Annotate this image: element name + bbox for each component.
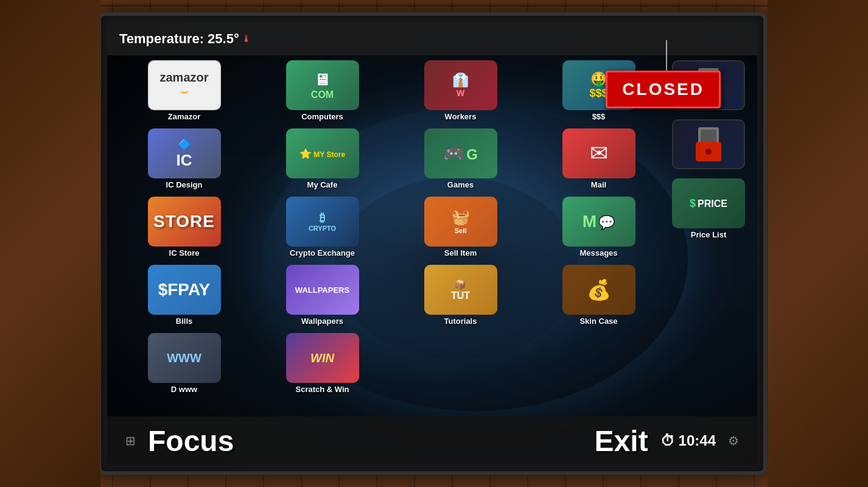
wallpapers-icon: WALLPAPERS [286,265,359,315]
app-tutorials[interactable]: 📦 TUT Tutorials [393,263,528,328]
app-sell-item[interactable]: 🧺 Sell Sell Item [393,195,528,259]
grid-icon: ⊞ [125,433,136,448]
app-col-5: $ PRICE Price List [669,58,748,413]
games-content: 🎮 G [443,144,478,164]
skin-case-icon: 💰 [562,265,635,315]
app-col-4: 🤑 $$$ $$$ ✉ Mail [531,58,667,413]
zamazor-label: Zamazor [168,112,200,121]
games-icon: 🎮 G [424,128,497,178]
mycafe-label: My Cafe [307,180,338,189]
ic-store-text: STORE [153,212,215,231]
d-www-text: WWW [167,351,201,365]
ic-store-label: IC Store [169,248,200,258]
skin-case-label: Skin Case [579,317,617,326]
workers-content: 👔 W [450,70,471,100]
app-scratch-win[interactable]: WIN Scratch & Win [254,331,390,396]
workers-label: Workers [445,112,477,121]
app-price-list[interactable]: $ PRICE Price List [669,177,748,241]
zamazor-brand: zamazor [159,71,208,83]
app-col-1: zamazor ⌣ Zamazor 🔷 IC IC Design [116,58,252,413]
focus-button[interactable]: Focus [148,424,234,458]
app-d-www[interactable]: WWW D www [116,331,252,396]
app-zamazor[interactable]: zamazor ⌣ Zamazor [116,58,252,123]
app-col-2: 🖥 COM Computers ⭐ MY Store My Cafe [254,58,390,413]
workers-icon: 👔 W [424,60,497,110]
wallpapers-text: WALLPAPERS [295,286,349,295]
app-skin-case[interactable]: 💰 Skin Case [531,263,667,328]
bottom-right: Exit ⏱ 10:44 ⚙ [595,424,739,458]
app-crypto[interactable]: ₿ CRYPTO Crypto Exchange [254,195,390,259]
bills-label: Bills [176,317,192,326]
right-panel [768,0,868,487]
mail-content: ✉ [590,141,608,166]
app-ic-design[interactable]: 🔷 IC IC Design [116,127,252,191]
mycafe-content: ⭐ MY Store [297,145,348,162]
mycafe-icon: ⭐ MY Store [286,128,359,178]
games-label: Games [447,180,474,189]
time-display: ⏱ 10:44 [660,432,716,449]
skin-case-content: 💰 [587,278,611,301]
app-computers[interactable]: 🖥 COM Computers [254,58,390,123]
scratch-win-icon: WIN [286,333,359,383]
d-www-label: D www [171,385,197,394]
app-mycafe[interactable]: ⭐ MY Store My Cafe [254,127,390,191]
apps-container: zamazor ⌣ Zamazor 🔷 IC IC Design [116,58,748,413]
sell-item-label: Sell Item [444,248,477,258]
tutorials-label: Tutorials [444,317,477,326]
app-ic-store[interactable]: STORE IC Store [116,195,252,259]
zamazor-arrow: ⌣ [180,83,189,99]
exit-button[interactable]: Exit [595,424,648,458]
crypto-label: Crypto Exchange [290,248,355,258]
bottom-left: ⊞ Focus [125,424,234,458]
price-list-label: Price List [691,230,727,239]
app-wallpapers[interactable]: WALLPAPERS Wallpapers [254,263,390,328]
app-mail[interactable]: ✉ Mail [531,127,667,191]
app-games[interactable]: 🎮 G Games [393,127,528,191]
bills-icon: $FPAY [148,265,221,315]
thermometer-icon: 🌡 [242,33,251,44]
monitor-frame: Temperature: 25.5° 🌡 CLOSED zamazor ⌣ Za… [97,12,767,475]
d-www-icon: WWW [148,333,221,383]
lock-2-content [696,127,721,161]
sell-item-icon: 🧺 Sell [424,197,497,247]
mail-label: Mail [591,180,606,189]
settings-icon[interactable]: ⚙ [728,433,739,448]
price-list-content: $ PRICE [690,197,727,210]
bills-symbol: $FPAY [158,280,211,300]
crypto-content: ₿ CRYPTO [306,209,338,234]
ic-design-content: 🔷 IC [174,135,195,172]
scratch-win-text: WIN [310,351,334,365]
clock-icon: ⏱ [660,432,675,449]
computers-content: 🖥 COM [311,71,334,100]
app-workers[interactable]: 👔 W Workers [393,58,528,123]
app-bills[interactable]: $FPAY Bills [116,263,252,328]
ic-design-label: IC Design [166,180,203,189]
computers-label: Computers [301,112,343,121]
crypto-icon: ₿ CRYPTO [286,197,359,247]
price-list-icon: $ PRICE [672,178,745,228]
top-bar: Temperature: 25.5° 🌡 [107,22,757,55]
app-col-3: 👔 W Workers 🎮 G Games [393,58,528,413]
messages-icon: M 💬 [562,197,635,247]
ic-design-icon: 🔷 IC [148,128,221,178]
screen: Temperature: 25.5° 🌡 CLOSED zamazor ⌣ Za… [107,22,757,465]
sss-label: $$$ [592,112,606,121]
wallpapers-label: Wallpapers [301,317,343,326]
sell-item-content: 🧺 Sell [449,206,472,237]
messages-content: M 💬 [583,212,615,231]
scratch-win-label: Scratch & Win [295,385,349,394]
left-panel [0,0,100,487]
tutorials-icon: 📦 TUT [424,265,497,315]
app-messages[interactable]: M 💬 Messages [531,195,667,259]
computers-icon: 🖥 COM [286,60,359,110]
ic-store-icon: STORE [148,197,221,247]
messages-label: Messages [579,248,617,258]
mail-icon: ✉ [562,128,635,178]
sss-content: 🤑 $$$ [589,71,607,100]
locked-2-icon [672,119,745,169]
zamazor-icon: zamazor ⌣ [148,60,221,110]
bottom-bar: ⊞ Focus Exit ⏱ 10:44 ⚙ [107,416,757,465]
app-locked-2[interactable] [669,117,748,173]
time-value: 10:44 [679,432,716,449]
tutorials-content: 📦 TUT [451,279,470,301]
